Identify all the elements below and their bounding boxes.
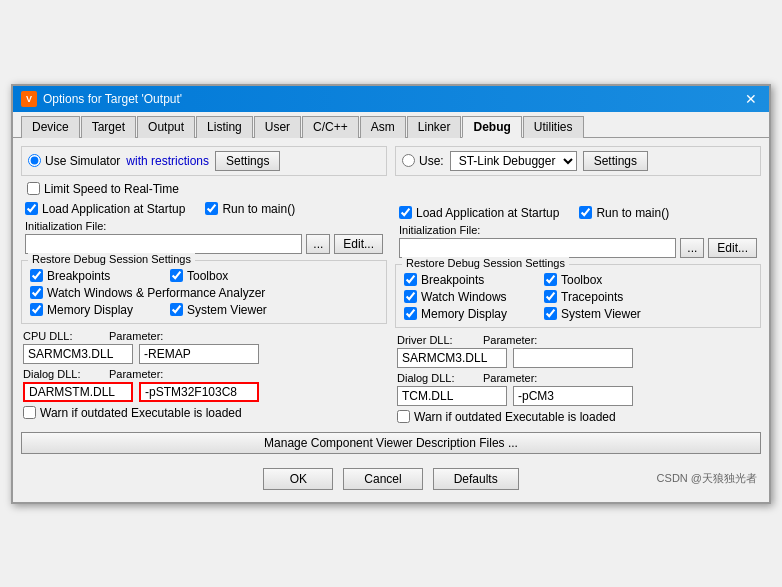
right-watch-windows-label: Watch Windows	[421, 290, 507, 304]
left-memory-display-checkbox[interactable]	[30, 303, 43, 316]
right-run-to-main-checkbox[interactable]	[579, 206, 592, 219]
watermark: CSDN @天狼独光者	[653, 470, 761, 486]
right-init-file-input[interactable]	[399, 238, 676, 258]
right-toolbox-label: Toolbox	[561, 273, 602, 287]
use-right-label: Use:	[419, 154, 444, 168]
left-cpu-dll-input[interactable]	[23, 344, 133, 364]
left-init-file-input[interactable]	[25, 234, 302, 254]
right-warn-checkbox[interactable]	[397, 410, 410, 423]
use-right-radio[interactable]	[402, 154, 415, 167]
limit-speed-checkbox[interactable]	[27, 182, 40, 195]
right-dots-button[interactable]: ...	[680, 238, 704, 258]
left-dialog-dll-input[interactable]	[23, 382, 133, 402]
right-toolbox-checkbox[interactable]	[544, 273, 557, 286]
left-warn-label: Warn if outdated Executable is loaded	[40, 406, 242, 420]
right-panel: Use: ST-Link Debugger Settings Load Appl…	[395, 146, 761, 424]
left-init-file-row: ... Edit...	[25, 234, 383, 254]
left-init-file-label: Initialization File:	[25, 220, 383, 232]
left-breakpoints-checkbox[interactable]	[30, 269, 43, 282]
right-driver-param-label: Parameter:	[483, 334, 537, 346]
main-content: Use Simulator with restrictions Settings…	[13, 138, 769, 502]
left-watch-windows-label: Watch Windows & Performance Analyzer	[47, 286, 265, 300]
right-memory-display-label: Memory Display	[421, 307, 507, 321]
left-cpu-param-input[interactable]	[139, 344, 259, 364]
right-init-file-label: Initialization File:	[399, 224, 757, 236]
left-warn-checkbox[interactable]	[23, 406, 36, 419]
left-cpu-dll-label: CPU DLL:	[23, 330, 103, 342]
left-load-app-checkbox[interactable]	[25, 202, 38, 215]
left-memory-display-label: Memory Display	[47, 303, 133, 317]
cancel-button[interactable]: Cancel	[343, 468, 422, 490]
right-memory-display-checkbox[interactable]	[404, 307, 417, 320]
tab-listing[interactable]: Listing	[196, 116, 253, 138]
title-text: Options for Target 'Output'	[43, 92, 182, 106]
right-driver-param-input[interactable]	[513, 348, 633, 368]
use-simulator-radio[interactable]	[28, 154, 41, 167]
right-tracepoints-checkbox[interactable]	[544, 290, 557, 303]
right-dialog-param-label: Parameter:	[483, 372, 537, 384]
right-run-to-main-label: Run to main()	[596, 206, 669, 220]
left-edit-button[interactable]: Edit...	[334, 234, 383, 254]
right-edit-button[interactable]: Edit...	[708, 238, 757, 258]
manage-button[interactable]: Manage Component Viewer Description File…	[21, 432, 761, 454]
right-driver-dll-input[interactable]	[397, 348, 507, 368]
left-watch-windows-checkbox[interactable]	[30, 286, 43, 299]
left-dialog-param-input[interactable]	[139, 382, 259, 402]
main-dialog: V Options for Target 'Output' ✕ Device T…	[11, 84, 771, 504]
right-driver-dll-label: Driver DLL:	[397, 334, 477, 346]
right-restore-title: Restore Debug Session Settings	[402, 257, 569, 269]
tab-target[interactable]: Target	[81, 116, 136, 138]
right-dialog-dll-label: Dialog DLL:	[397, 372, 477, 384]
limit-speed-label: Limit Speed to Real-Time	[44, 182, 179, 196]
right-breakpoints-label: Breakpoints	[421, 273, 484, 287]
action-buttons: OK Cancel Defaults	[263, 464, 518, 494]
two-col-layout: Use Simulator with restrictions Settings…	[21, 146, 761, 424]
left-run-to-main-label: Run to main()	[222, 202, 295, 216]
tab-user[interactable]: User	[254, 116, 301, 138]
left-system-viewer-checkbox[interactable]	[170, 303, 183, 316]
left-panel: Use Simulator with restrictions Settings…	[21, 146, 387, 424]
ok-button[interactable]: OK	[263, 468, 333, 490]
right-system-viewer-label: System Viewer	[561, 307, 641, 321]
with-restrictions-link[interactable]: with restrictions	[126, 154, 209, 168]
close-button[interactable]: ✕	[741, 89, 761, 109]
right-settings-button[interactable]: Settings	[583, 151, 648, 171]
right-system-viewer-checkbox[interactable]	[544, 307, 557, 320]
left-toolbox-label: Toolbox	[187, 269, 228, 283]
debugger-select[interactable]: ST-Link Debugger	[450, 151, 577, 171]
left-settings-button[interactable]: Settings	[215, 151, 280, 171]
left-load-app-label: Load Application at Startup	[42, 202, 185, 216]
right-load-app-label: Load Application at Startup	[416, 206, 559, 220]
right-init-file-row: ... Edit...	[399, 238, 757, 258]
left-system-viewer-label: System Viewer	[187, 303, 267, 317]
left-dialog-param-label: Parameter:	[109, 368, 163, 380]
right-dialog-dll-input[interactable]	[397, 386, 507, 406]
right-tracepoints-label: Tracepoints	[561, 290, 623, 304]
right-dialog-param-input[interactable]	[513, 386, 633, 406]
left-run-to-main-checkbox[interactable]	[205, 202, 218, 215]
app-icon: V	[21, 91, 37, 107]
title-bar: V Options for Target 'Output' ✕	[13, 86, 769, 112]
tab-output[interactable]: Output	[137, 116, 195, 138]
left-restore-title: Restore Debug Session Settings	[28, 253, 195, 265]
tab-device[interactable]: Device	[21, 116, 80, 138]
tab-bar: Device Target Output Listing User C/C++ …	[13, 112, 769, 138]
right-breakpoints-checkbox[interactable]	[404, 273, 417, 286]
tab-debug[interactable]: Debug	[462, 116, 521, 138]
left-cpu-param-label: Parameter:	[109, 330, 163, 342]
tab-linker[interactable]: Linker	[407, 116, 462, 138]
limit-speed-row: Limit Speed to Real-Time	[21, 180, 387, 198]
left-dots-button[interactable]: ...	[306, 234, 330, 254]
defaults-button[interactable]: Defaults	[433, 468, 519, 490]
title-bar-left: V Options for Target 'Output'	[21, 91, 182, 107]
right-watch-windows-checkbox[interactable]	[404, 290, 417, 303]
tab-asm[interactable]: Asm	[360, 116, 406, 138]
left-breakpoints-label: Breakpoints	[47, 269, 110, 283]
use-simulator-label: Use Simulator	[45, 154, 120, 168]
right-warn-label: Warn if outdated Executable is loaded	[414, 410, 616, 424]
left-dialog-dll-label: Dialog DLL:	[23, 368, 103, 380]
right-load-app-checkbox[interactable]	[399, 206, 412, 219]
tab-cpp[interactable]: C/C++	[302, 116, 359, 138]
tab-utilities[interactable]: Utilities	[523, 116, 584, 138]
left-toolbox-checkbox[interactable]	[170, 269, 183, 282]
